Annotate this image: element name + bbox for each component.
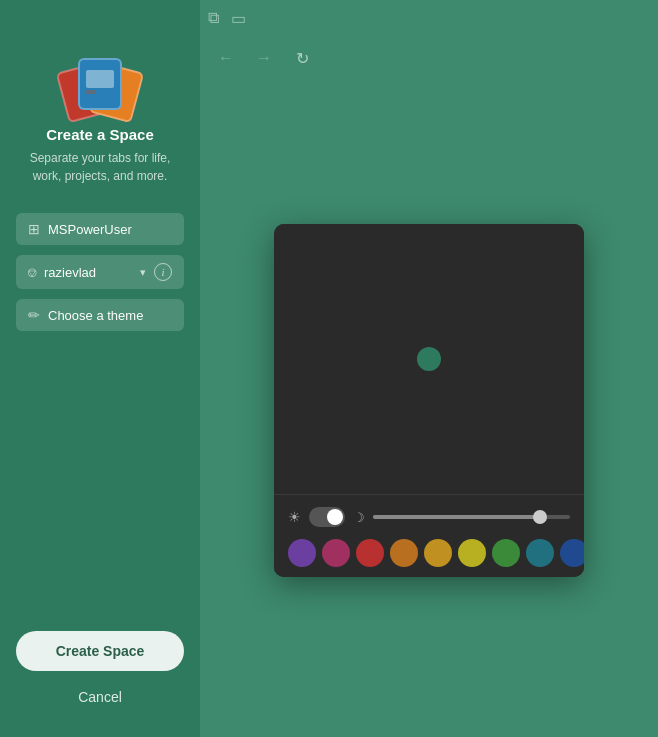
choose-theme-row[interactable]: ✏ Choose a theme bbox=[16, 299, 184, 331]
card-stand bbox=[86, 90, 96, 94]
brightness-fill bbox=[373, 515, 540, 519]
swatch-magenta[interactable] bbox=[322, 539, 350, 567]
sun-icon: ☀ bbox=[288, 509, 301, 525]
dark-mode-toggle[interactable] bbox=[309, 507, 345, 527]
space-name-field[interactable]: ⊞ MSPowerUser bbox=[16, 213, 184, 245]
space-name-text: MSPowerUser bbox=[48, 222, 132, 237]
cancel-button[interactable]: Cancel bbox=[70, 681, 130, 713]
card-screen bbox=[86, 70, 114, 88]
pencil-icon: ✏ bbox=[28, 307, 40, 323]
profile-field[interactable]: ⎊ razievlad ▾ i bbox=[16, 255, 184, 289]
create-space-title: Create a Space bbox=[46, 126, 154, 143]
preview-accent-dot bbox=[417, 347, 441, 371]
browser-preview: ☀ ☽ bbox=[274, 224, 584, 577]
browser-nav: ← → ↻ bbox=[200, 36, 658, 80]
swatch-orange-brown[interactable] bbox=[390, 539, 418, 567]
profile-name-text: razievlad bbox=[44, 265, 132, 280]
spaces-icon[interactable]: ⧉ bbox=[208, 9, 219, 27]
sidebar: Create a Space Separate your tabs for li… bbox=[0, 0, 200, 737]
theme-label: Choose a theme bbox=[48, 308, 143, 323]
space-icon-area bbox=[60, 40, 140, 110]
reload-button[interactable]: ↻ bbox=[288, 44, 316, 72]
toggle-knob bbox=[327, 509, 343, 525]
swatch-teal[interactable] bbox=[526, 539, 554, 567]
swatch-gold[interactable] bbox=[424, 539, 452, 567]
slider-thumb[interactable] bbox=[533, 510, 547, 524]
preview-container: ☀ ☽ bbox=[200, 80, 658, 737]
brightness-slider[interactable] bbox=[373, 515, 570, 519]
forward-button[interactable]: → bbox=[250, 44, 278, 72]
color-swatches bbox=[288, 537, 570, 569]
swatch-purple[interactable] bbox=[288, 539, 316, 567]
preview-controls: ☀ ☽ bbox=[274, 494, 584, 577]
moon-icon: ☽ bbox=[353, 510, 365, 525]
info-icon[interactable]: i bbox=[154, 263, 172, 281]
swatch-red[interactable] bbox=[356, 539, 384, 567]
profile-icon: ⎊ bbox=[28, 264, 36, 280]
create-space-button[interactable]: Create Space bbox=[16, 631, 184, 671]
chevron-down-icon: ▾ bbox=[140, 266, 146, 279]
swatch-yellow[interactable] bbox=[458, 539, 486, 567]
brightness-row: ☀ ☽ bbox=[288, 507, 570, 527]
card-center bbox=[78, 58, 122, 110]
swatch-green[interactable] bbox=[492, 539, 520, 567]
grid-icon: ⊞ bbox=[28, 221, 40, 237]
preview-main bbox=[274, 224, 584, 494]
swatch-blue[interactable] bbox=[560, 539, 584, 567]
tab-icon[interactable]: ▭ bbox=[231, 9, 246, 28]
right-panel: ⧉ ▭ ← → ↻ ☀ ☽ bbox=[200, 0, 658, 737]
topbar: ⧉ ▭ bbox=[200, 0, 658, 36]
create-space-desc: Separate your tabs for life, work, proje… bbox=[16, 149, 184, 185]
back-button[interactable]: ← bbox=[212, 44, 240, 72]
cards-illustration bbox=[60, 40, 140, 110]
